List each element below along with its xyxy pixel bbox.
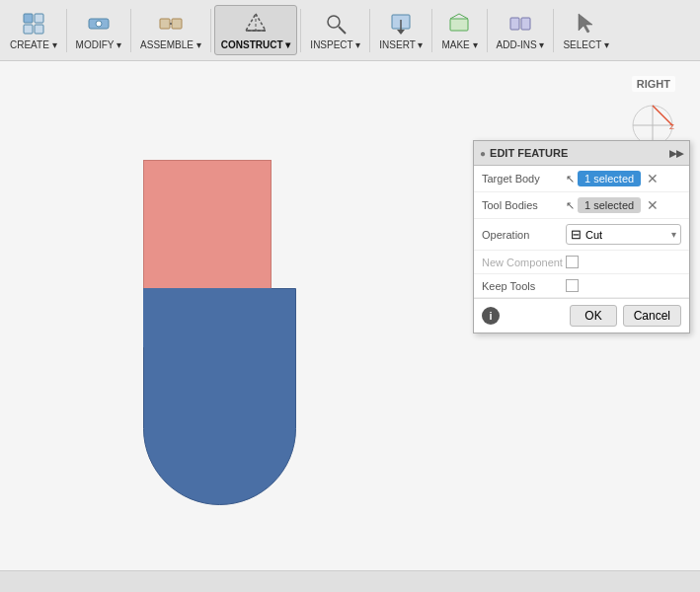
panel-footer: i OK Cancel [474,298,689,333]
make-label: MAKE ▾ [441,39,477,50]
3d-shape-container [143,160,291,505]
ok-button[interactable]: OK [570,305,616,327]
bottom-bar [0,570,700,592]
insert-label: INSERT ▾ [379,39,423,50]
sep-2 [130,9,131,52]
target-body-value: ↖ 1 selected ✕ [566,171,681,186]
tool-bodies-badge[interactable]: 1 selected [578,197,641,213]
svg-line-13 [339,27,346,34]
addins-icon [506,10,534,37]
dropdown-arrow-icon: ▾ [671,229,676,240]
sep-6 [431,9,432,52]
sep-1 [66,9,67,52]
cancel-button[interactable]: Cancel [623,305,681,327]
target-body-clear[interactable]: ✕ [647,172,659,185]
new-component-checkbox[interactable] [566,256,579,268]
toolbar-create[interactable]: CREATE ▾ [4,6,63,54]
create-label: CREATE ▾ [10,39,57,50]
tool-cursor-icon: ↖ [566,199,575,212]
viewcube-label: RIGHT [632,76,675,92]
new-component-label: New Component [482,257,566,268]
svg-point-5 [96,21,102,27]
inspect-label: INSPECT ▾ [310,39,360,50]
toolbar-addins[interactable]: ADD-INS ▾ [491,6,551,54]
main-canvas-area: RIGHT Z ● EDIT FEATURE ▸▸ Target Body ↖ … [0,61,700,592]
toolbar-modify[interactable]: MODIFY ▾ [70,6,127,54]
operation-icon: ⊟ [571,227,582,242]
svg-rect-3 [35,25,43,34]
construct-icon [242,10,270,37]
expand-icon[interactable]: ▸▸ [669,145,683,161]
construct-label: CONSTRUCT ▾ [221,39,291,50]
assemble-label: ASSEMBLE ▾ [140,39,201,50]
target-body-badge[interactable]: 1 selected [578,171,641,186]
svg-rect-1 [24,25,33,34]
toolbar-select[interactable]: SELECT ▾ [557,6,615,54]
toolbar-insert[interactable]: INSERT ▾ [373,6,428,54]
viewcube[interactable]: RIGHT Z [611,71,680,140]
new-component-row: New Component [474,251,689,274]
svg-rect-7 [172,19,182,29]
toolbar-make[interactable]: MAKE ▾ [435,6,483,54]
tool-bodies-label: Tool Bodies [482,199,566,211]
svg-point-12 [328,16,340,28]
svg-rect-17 [450,19,468,31]
toolbar-construct[interactable]: CONSTRUCT ▾ [214,5,298,55]
svg-rect-18 [510,18,519,30]
assemble-icon [157,10,185,37]
sep-7 [487,9,488,52]
tool-bodies-value: ↖ 1 selected ✕ [566,197,681,213]
keep-tools-row: Keep Tools [474,274,689,298]
target-body-row: Target Body ↖ 1 selected ✕ [474,166,689,192]
svg-rect-6 [160,19,170,29]
addins-label: ADD-INS ▾ [497,39,545,50]
svg-rect-0 [24,14,33,23]
operation-label: Operation [482,229,566,241]
new-component-checkbox-container [566,256,579,268]
toolbar-assemble[interactable]: ASSEMBLE ▾ [134,6,207,54]
modify-icon [85,10,113,37]
edit-feature-panel: ● EDIT FEATURE ▸▸ Target Body ↖ 1 select… [473,140,690,333]
cursor-icon: ↖ [566,173,575,185]
toolbar: CREATE ▾ MODIFY ▾ ASSEMBLE ▾ [0,0,700,61]
sep-5 [369,9,370,52]
svg-marker-21 [579,14,592,33]
overlap-area [143,288,272,347]
keep-tools-checkbox-container [566,279,579,292]
sep-8 [553,9,554,52]
panel-title: EDIT FEATURE [490,147,669,159]
operation-value: Cut [585,229,671,241]
svg-text:Z: Z [669,122,674,131]
svg-rect-2 [35,14,43,23]
insert-icon [387,10,415,37]
toolbar-inspect[interactable]: INSPECT ▾ [304,6,366,54]
sep-4 [300,9,301,52]
tool-bodies-clear[interactable]: ✕ [647,198,659,212]
create-icon [20,10,47,37]
make-icon [445,10,473,37]
operation-row: Operation ⊟ Cut ▾ [474,219,689,251]
svg-marker-16 [397,30,405,35]
tool-bodies-row: Tool Bodies ↖ 1 selected ✕ [474,192,689,219]
sep-3 [210,9,211,52]
modify-label: MODIFY ▾ [76,39,121,50]
select-icon [573,10,600,37]
operation-select[interactable]: ⊟ Cut ▾ [566,224,681,245]
svg-rect-19 [521,18,530,30]
select-label: SELECT ▾ [563,39,609,50]
keep-tools-checkbox[interactable] [566,279,579,292]
panel-dot: ● [480,148,486,159]
inspect-icon [322,10,350,37]
footer-buttons: OK Cancel [570,305,681,327]
panel-header: ● EDIT FEATURE ▸▸ [474,141,689,166]
info-button[interactable]: i [482,307,500,325]
keep-tools-label: Keep Tools [482,280,566,292]
target-body-label: Target Body [482,173,566,185]
